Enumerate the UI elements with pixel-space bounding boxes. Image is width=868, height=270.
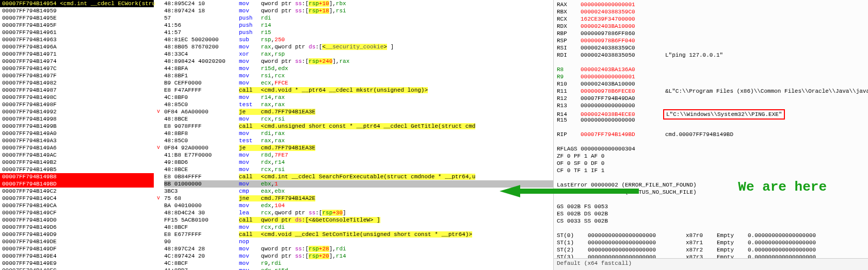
address-row[interactable]: 00007FF794B149A6 xyxy=(0,144,154,151)
disasm-row[interactable]: FF15 5ACB0100call qword ptr ds:[<&GetCon… xyxy=(164,216,553,224)
disasm-row[interactable]: E8 F47AFFFFcall <cmd.void * __ptr64 __cd… xyxy=(164,87,553,94)
address-row[interactable]: 00007FF794B149D0 xyxy=(0,216,154,224)
disasm-row[interactable]: 48:85C0test rax,rax xyxy=(164,137,553,144)
address-row[interactable]: 00007FF794B1498C xyxy=(0,94,154,101)
disasm-row[interactable]: 49:8BD6mov rdx,r14 xyxy=(164,159,553,166)
disasm-row[interactable]: 41:56push r14 xyxy=(164,22,553,29)
register-row[interactable]: RSP000000978B6FF040 xyxy=(557,37,865,44)
address-row[interactable]: 00007FF794B1499B xyxy=(0,123,154,130)
disasm-row[interactable]: 48:81EC 50020000sub rsp,250 xyxy=(164,36,553,43)
register-row[interactable]: RBP00000097886FF860 xyxy=(557,30,865,37)
register-row[interactable]: R130000000000000000 xyxy=(557,102,865,109)
disasm-row[interactable]: 48:897424 18mov qword ptr ss:[rsp+18],rs… xyxy=(164,7,553,14)
register-row[interactable]: R8000002403BA136A0 xyxy=(557,66,865,73)
disasm-row[interactable]: 48:8BCFmov rcx,rdi xyxy=(164,224,553,231)
address-row[interactable]: 00007FF794B149E9 xyxy=(0,260,154,267)
disasm-row[interactable]: 48:8BF1mov rsi,rcx xyxy=(164,72,553,79)
disasm-row[interactable]: 41:B8 E77F0000mov r8d,7FE7 xyxy=(164,151,553,159)
address-row[interactable]: 00007FF794B1497C xyxy=(0,65,154,72)
fpu-row: ST(2)00000000000000000000x87r2Empty0.000… xyxy=(557,246,865,254)
flags-row: OF 0 SF 0 DF 0 xyxy=(557,160,865,167)
register-row[interactable]: R90000000000000001 xyxy=(557,73,865,80)
disasm-row[interactable]: 4C:897424 20mov qword ptr ss:[rsp+20],r1… xyxy=(164,252,553,260)
register-row[interactable]: RCX162CE39F34700000 xyxy=(557,15,865,23)
disasm-row[interactable]: 48:85C0test rax,rax xyxy=(164,101,553,108)
address-row[interactable]: 00007FF794B149D9 xyxy=(0,231,154,238)
address-row[interactable]: 00007FF794B149BD xyxy=(0,180,154,188)
disasm-row[interactable]: 41:8BD7mov edx,r15d xyxy=(164,267,553,270)
register-row[interactable]: RDI0000024038835050L"ping 127.0.0.1" xyxy=(557,52,865,59)
disasm-row[interactable]: 48:8D4C24 30lea rcx,qword ptr ss:[rsp+30… xyxy=(164,209,553,216)
disasm-row[interactable]: 48:33C4xor rax,rsp xyxy=(164,50,553,58)
address-row[interactable]: 00007FF794B149DE xyxy=(0,238,154,245)
address-row[interactable]: 00007FF794B14959 xyxy=(0,7,154,14)
address-row[interactable]: 00007FF794B14998 xyxy=(0,115,154,123)
address-row[interactable]: 00007FF794B149DF xyxy=(0,245,154,252)
disasm-row[interactable]: 48:8BF8mov rdi,rax xyxy=(164,130,553,137)
disasm-row[interactable]: E8 0B84FFFFcall <cmd.int __cdecl SearchF… xyxy=(164,173,553,180)
register-row[interactable]: RBX00000240388359C0 xyxy=(557,8,865,15)
disasm-row[interactable]: 44:8BFAmov r15d,edx xyxy=(164,65,553,72)
register-row[interactable]: RDX000002403BA10000 xyxy=(557,23,865,30)
address-row[interactable]: 00007FF794B149E4 xyxy=(0,252,154,260)
address-row[interactable]: 00007FF794B149C4 xyxy=(0,195,154,202)
disasm-row[interactable]: 48:8BCEmov rcx,rsi xyxy=(164,166,553,173)
disasm-row[interactable]: 4C:8BCFmov r9,rdi xyxy=(164,260,553,267)
register-row[interactable]: R140000024038B4ECE0L"C:\\Windows\\System… xyxy=(557,109,865,116)
disasm-row[interactable]: 48:895C24 10mov qword ptr ss:[rsp+10],rb… xyxy=(164,0,553,7)
register-row[interactable] xyxy=(557,124,865,131)
register-row[interactable]: RIP00007FF794B149BDcmd.00007FF794B149BD xyxy=(557,131,865,138)
address-row[interactable]: 00007FF794B14982 xyxy=(0,79,154,87)
flags-row: ZF 0 PF 1 AF 0 xyxy=(557,153,865,160)
address-row[interactable]: 00007FF794B149A0 xyxy=(0,130,154,137)
address-row[interactable]: 00007FF794B149B2 xyxy=(0,159,154,166)
disasm-row[interactable]: 48:8B05 87670200mov rax,qword ptr ds:[<_… xyxy=(164,43,553,50)
disasm-row[interactable]: 48:897C24 28mov qword ptr ss:[rsp+28],rd… xyxy=(164,245,553,252)
address-row[interactable]: 00007FF794B149EC xyxy=(0,267,154,270)
disasm-row[interactable]: 4C:8BF0mov r14,rax xyxy=(164,94,553,101)
address-row[interactable]: 00007FF794B14954 <cmd.int __cdecl ECWork… xyxy=(0,0,154,7)
address-row[interactable]: 00007FF794B149D6 xyxy=(0,224,154,231)
address-row[interactable]: 00007FF794B14992 xyxy=(0,108,154,115)
disasm-row[interactable]: v0F84 A6A00000je cmd.7FF794B1EA3E xyxy=(164,108,553,115)
disasm-row[interactable]: E8 9078FFFFcall <cmd.unsigned short cons… xyxy=(164,123,553,130)
address-row[interactable]: 00007FF794B1495E xyxy=(0,14,154,22)
address-row[interactable]: 00007FF794B1495F xyxy=(0,22,154,29)
disasm-row[interactable]: 3BC3cmp eax,ebx xyxy=(164,188,553,195)
register-row[interactable] xyxy=(557,59,865,66)
disasm-row[interactable]: 90nop xyxy=(164,238,553,245)
address-row[interactable]: 00007FF794B149B5 xyxy=(0,166,154,173)
register-row[interactable]: R11000000978B6FECE0&L"C:\\Program Files … xyxy=(557,88,865,95)
address-row[interactable]: 00007FF794B1496A xyxy=(0,43,154,50)
address-row[interactable]: 00007FF794B14963 xyxy=(0,36,154,43)
disasm-row[interactable]: 48:898424 40020200mov qword ptr ss:[rsp+… xyxy=(164,58,553,65)
register-row[interactable]: RAX0000000000000001 xyxy=(557,1,865,8)
register-row[interactable]: RSI00000240388359C0 xyxy=(557,44,865,52)
disassembly-panel[interactable]: 48:895C24 10mov qword ptr ss:[rsp+10],rb… xyxy=(154,0,553,270)
address-row[interactable]: 00007FF794B14987 xyxy=(0,87,154,94)
register-row[interactable]: R1200007FF794B49DA0 xyxy=(557,95,865,102)
register-row[interactable]: R10000002403BA10000 xyxy=(557,80,865,88)
address-row[interactable]: 00007FF794B149AC xyxy=(0,151,154,159)
disasm-row[interactable]: 48:8BCEmov rcx,rsi xyxy=(164,115,553,123)
disasm-row[interactable]: B9 CEFF0000mov ecx,FFCE xyxy=(164,79,553,87)
address-row[interactable]: 00007FF794B1497F xyxy=(0,72,154,79)
address-row[interactable]: 00007FF794B149B8 xyxy=(0,173,154,180)
address-row[interactable]: 00007FF794B149A3 xyxy=(0,137,154,144)
address-row[interactable]: 00007FF794B14971 xyxy=(0,50,154,58)
disasm-row[interactable]: 57push rdi xyxy=(164,14,553,22)
address-row[interactable]: 00007FF794B14974 xyxy=(0,58,154,65)
address-row[interactable]: 00007FF794B1498F xyxy=(0,101,154,108)
register-panel[interactable]: RAX0000000000000001RBX00000240388359C0RC… xyxy=(553,0,868,270)
address-row[interactable]: 00007FF794B14961 xyxy=(0,29,154,36)
disasm-row[interactable]: BA 04010000mov edx,104 xyxy=(164,202,553,209)
disasm-row[interactable]: v75 68jne cmd.7FF794B14A2E xyxy=(164,195,553,202)
address-row[interactable]: 00007FF794B149CF xyxy=(0,209,154,216)
address-row[interactable]: 00007FF794B149CA xyxy=(0,202,154,209)
address-column[interactable]: 00007FF794B14954 <cmd.int __cdecl ECWork… xyxy=(0,0,154,270)
disasm-row[interactable]: v0F84 92A00000je cmd.7FF794B1EA3E xyxy=(164,144,553,151)
address-row[interactable]: 00007FF794B149C2 xyxy=(0,188,154,195)
disasm-row[interactable]: 41:57push r15 xyxy=(164,29,553,36)
disasm-row[interactable]: E8 E677FFFFcall <cmd.void __cdecl SetCon… xyxy=(164,231,553,238)
disasm-row[interactable]: BB 01000000mov ebx,1 xyxy=(164,180,553,188)
